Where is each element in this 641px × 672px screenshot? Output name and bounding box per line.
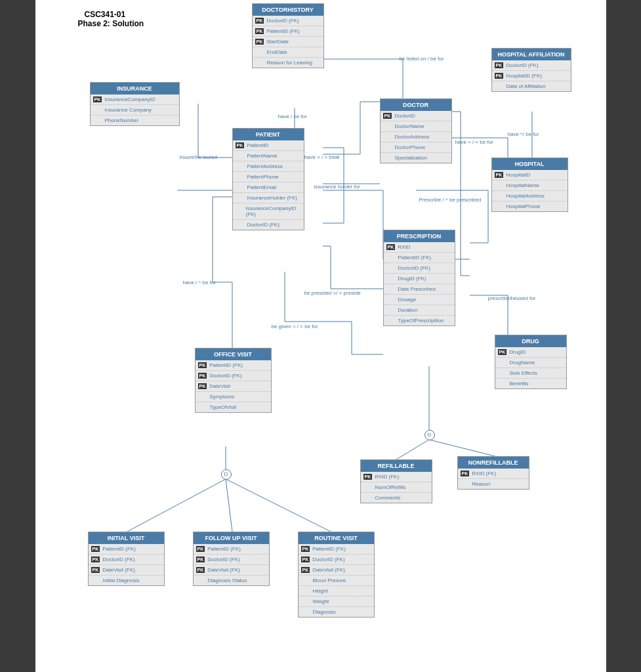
attribute-name: Benefits: [510, 381, 529, 387]
attribute-name: Blood Presure: [313, 578, 346, 583]
disjoint-circle: D: [221, 469, 232, 480]
attribute-name: DoctorID (FK): [312, 556, 344, 562]
pk-badge: PK: [495, 73, 504, 79]
entity-attribute: PhoneNumber: [91, 116, 179, 125]
entity-title: DOCTORHISTORY: [253, 4, 323, 16]
attribute-name: PatientID (FK): [207, 546, 241, 552]
entity-attribute: PatientPhone: [233, 172, 304, 182]
entity-title: REFILLABLE: [361, 460, 432, 472]
entity-attribute: Reason: [458, 479, 529, 489]
entity-attribute: Date of Affiliation: [492, 81, 571, 91]
entity-attribute: DoctorPhone: [381, 142, 451, 153]
entity-title: PATIENT: [233, 129, 304, 140]
entity-attribute: PatientEmail: [233, 182, 304, 193]
attribute-name: DateVisit (FK): [207, 567, 240, 573]
attribute-name: Weight: [313, 598, 329, 604]
attribute-name: RXID: [398, 244, 410, 250]
attribute-name: DoctorPhone: [395, 144, 426, 150]
attribute-name: PatientID: [247, 142, 268, 148]
entity-attribute: Comments: [361, 493, 432, 503]
entity-attribute: PKHospitalID: [492, 170, 568, 180]
attribute-name: Date Prescribed: [398, 286, 436, 292]
attribute-name: DateVisit (FK): [102, 567, 135, 573]
attribute-name: Insurance Company: [105, 107, 152, 113]
attribute-name: StartDate: [266, 39, 289, 45]
pk-badge: PK: [386, 244, 396, 250]
entity-title: INITIAL VISIT: [89, 532, 164, 544]
attribute-name: DoctorID (FK): [247, 222, 279, 228]
pk-badge: PK: [93, 96, 102, 102]
entity-attribute: DoctorID (FK): [233, 220, 304, 230]
entity-attribute: Side Effects: [495, 368, 566, 379]
entity-attribute: EndDate: [253, 47, 323, 58]
rel-label: be presided >/ < preside: [304, 290, 361, 296]
entity-title: DOCTOR: [381, 99, 451, 111]
entity-attribute: HospitalPhone: [492, 201, 568, 211]
entity-attribute: NumOfRefills: [361, 482, 432, 493]
entity-title: INSURANCE: [91, 83, 179, 94]
entity-attribute: PKRXID (FK): [361, 472, 432, 482]
attribute-name: HospitalAddress: [507, 193, 545, 199]
attribute-name: DoctorName: [395, 123, 424, 129]
entity-attribute: Specialization: [381, 153, 451, 163]
attribute-name: EndDate: [267, 49, 287, 55]
entity-title: PRESCRIPTION: [384, 230, 455, 242]
entity-attribute: PKPatientID (FK): [253, 26, 323, 37]
attribute-name: DoctorAddress: [395, 134, 430, 140]
attribute-name: Height: [313, 588, 328, 594]
attribute-name: InsuranceHolder (FK): [247, 195, 297, 201]
attribute-name: PatientID (FK): [398, 255, 432, 261]
pk-badge: PK: [495, 62, 504, 68]
attribute-name: PatientAddress: [247, 163, 283, 169]
attribute-name: TypeOfPrescripition: [398, 318, 444, 324]
attribute-name: HospitalName: [507, 182, 539, 188]
entity-nonrefillable: NONREFILLABLEPKRXID (FK)Reason: [457, 456, 529, 490]
rel-label: prescribe/beused for: [488, 295, 536, 301]
entity-attribute: PKDoctorID (FK): [299, 555, 374, 565]
rel-label: be listed on / be for: [400, 56, 444, 62]
pk-badge: PK: [255, 28, 264, 34]
entity-attribute: HospitalName: [492, 180, 568, 191]
entity-attribute: PKDoctorID (FK): [492, 60, 571, 71]
pk-badge: PK: [495, 172, 504, 178]
attribute-name: Specialization: [395, 155, 427, 161]
attribute-name: PatientPhone: [247, 174, 279, 180]
entity-attribute: Blood Presure: [299, 576, 374, 586]
entity-attribute: Symptoms: [196, 392, 271, 402]
entity-attribute: PatientAddress: [233, 161, 304, 172]
entity-attribute: InsuranceHolder (FK): [233, 193, 304, 203]
entity-attribute: Height: [299, 586, 374, 597]
attribute-name: RXID (FK): [375, 474, 399, 480]
attribute-name: PatientID (FK): [209, 362, 243, 368]
entity-attribute: TypeOfVisit: [196, 402, 271, 412]
pk-badge: PK: [236, 142, 245, 148]
pk-badge: PK: [91, 567, 100, 573]
entity-attribute: Insurance Company: [91, 105, 179, 116]
entity-patient: PATIENTPKPatientIDPatientNamePatientAddr…: [232, 128, 304, 230]
attribute-name: PatientID (FK): [312, 546, 346, 552]
attribute-name: PatientID (FK): [102, 546, 136, 552]
entity-attribute: PKPatientID (FK): [89, 544, 164, 555]
entity-title: HOSPITAL: [492, 158, 568, 170]
entity-hospital: HOSPITALPKHospitalIDHospitalNameHospital…: [491, 158, 568, 212]
attribute-name: DoctorID (FK): [398, 265, 430, 271]
entity-insurance: INSURANCEPKInsuranceCompanyIDInsurance C…: [90, 82, 180, 126]
entity-hospitalaffiliation: HOSPITAL AFFILIATIONPKDoctorID (FK)PKHos…: [491, 48, 571, 92]
entity-attribute: PKDoctorID: [381, 111, 451, 121]
entity-attribute: PKDateVisit (FK): [299, 565, 374, 576]
pk-badge: PK: [498, 349, 507, 355]
attribute-name: Reason: [472, 481, 491, 487]
entity-attribute: DoctorID (FK): [384, 263, 455, 274]
phase-title: Phase 2: Solution: [78, 19, 596, 28]
pk-badge: PK: [301, 556, 310, 562]
entity-title: FOLLOW UP VISIT: [194, 532, 269, 544]
entity-attribute: PKDateVisit: [196, 381, 271, 392]
attribute-name: Duration: [398, 307, 418, 313]
entity-attribute: PKDoctorID (FK): [253, 16, 323, 26]
attribute-name: Symptoms: [210, 394, 235, 400]
pk-badge: PK: [461, 471, 470, 476]
entity-initialvisit: INITIAL VISITPKPatientID (FK)PKDoctorID …: [88, 532, 165, 586]
entity-followupvisit: FOLLOW UP VISITPKPatientID (FK)PKDoctorI…: [193, 532, 270, 586]
entity-attribute: PKDateVisit (FK): [89, 565, 164, 576]
entity-attribute: PKPatientID (FK): [196, 360, 271, 371]
